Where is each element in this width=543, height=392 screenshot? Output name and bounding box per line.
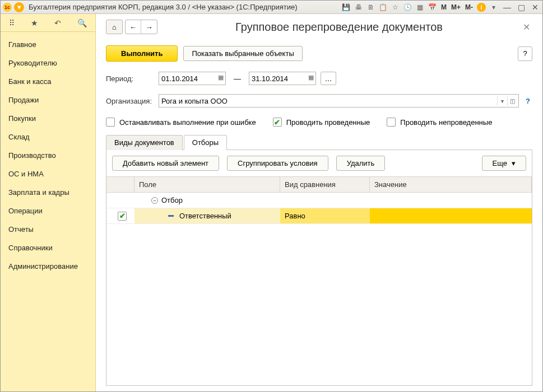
- copy-icon[interactable]: 📋: [379, 3, 388, 12]
- grid-col-compare[interactable]: Вид сравнения: [280, 177, 370, 192]
- window-title: Бухгалтерия предприятия КОРП, редакция 3…: [29, 3, 298, 11]
- grid-item-row[interactable]: Ответственный Равно: [106, 208, 532, 224]
- sidebar: ⠿ ★ ↶ 🔍 Главное Руководителю Банк и касс…: [1, 14, 96, 391]
- checkbox-icon[interactable]: [106, 118, 115, 127]
- tab-doc-kinds[interactable]: Виды документов: [106, 135, 183, 150]
- info-dropdown-icon[interactable]: ▾: [489, 3, 498, 12]
- open-ref-icon[interactable]: ◫: [507, 96, 517, 106]
- period-dialog-button[interactable]: …: [321, 72, 336, 85]
- grid-col-field[interactable]: Поле: [134, 177, 280, 192]
- grid-header: Поле Вид сравнения Значение: [106, 176, 532, 193]
- star-icon[interactable]: ★: [31, 18, 38, 27]
- sidebar-item[interactable]: Продажи: [1, 91, 95, 109]
- calendar-picker-icon[interactable]: ▦: [308, 74, 314, 81]
- more-button[interactable]: Еще ▾: [482, 156, 526, 171]
- row-field: Ответственный: [179, 212, 231, 220]
- org-row: Организация: Рога и копыта ООО ▾ ◫ ?: [106, 94, 532, 108]
- app-window: 1c ▾ Бухгалтерия предприятия КОРП, редак…: [0, 0, 543, 392]
- sidebar-item[interactable]: Зарплата и кадры: [1, 183, 95, 202]
- sidebar-item[interactable]: Производство: [1, 146, 95, 165]
- sidebar-item[interactable]: Операции: [1, 202, 95, 220]
- grid-col-checkbox: [106, 177, 134, 192]
- check-process-posted[interactable]: Проводить проведенные: [273, 118, 370, 127]
- home-button[interactable]: ⌂: [106, 20, 123, 34]
- memory-m-minus[interactable]: M-: [465, 3, 474, 11]
- sidebar-item[interactable]: Отчеты: [1, 220, 95, 239]
- execute-button[interactable]: Выполнить: [106, 45, 178, 62]
- delete-filter-button[interactable]: Удалить: [336, 156, 386, 171]
- tabs: Виды документов Отборы: [106, 135, 532, 150]
- checkbox-icon[interactable]: [387, 118, 396, 127]
- group-filter-button[interactable]: Сгруппировать условия: [227, 156, 328, 171]
- calculator-icon[interactable]: ▦: [416, 3, 425, 12]
- row-compare: Равно: [285, 212, 305, 220]
- group-label: Отбор: [161, 196, 183, 204]
- field-icon: [168, 215, 174, 217]
- memory-m[interactable]: M: [440, 3, 447, 11]
- home-icon: ⌂: [112, 23, 117, 31]
- calendar-icon[interactable]: 📅: [428, 3, 437, 12]
- sidebar-item[interactable]: Справочники: [1, 239, 95, 257]
- save-icon[interactable]: 💾: [342, 3, 351, 12]
- sidebar-item[interactable]: Администрирование: [1, 257, 95, 276]
- sidebar-item[interactable]: Покупки: [1, 109, 95, 128]
- info-icon[interactable]: i: [477, 3, 486, 12]
- period-dash: —: [230, 74, 244, 83]
- sidebar-item[interactable]: Банк и касса: [1, 72, 95, 91]
- sidebar-toolbar: ⠿ ★ ↶ 🔍: [1, 14, 95, 32]
- doc-icon[interactable]: 🗎: [366, 3, 375, 12]
- org-input[interactable]: Рога и копыта ООО ▾ ◫: [159, 94, 519, 108]
- tab-filters[interactable]: Отборы: [184, 135, 227, 150]
- date-to-value: 31.10.2014: [252, 74, 288, 83]
- sidebar-item[interactable]: Склад: [1, 128, 95, 146]
- date-from-input[interactable]: 01.10.2014 ▦: [159, 72, 226, 85]
- history-nav-icon[interactable]: ↶: [54, 18, 61, 27]
- print-icon[interactable]: 🖶: [354, 3, 363, 12]
- calendar-picker-icon[interactable]: ▦: [218, 74, 224, 81]
- checkbox-icon[interactable]: [273, 118, 282, 127]
- period-row: Период: 01.10.2014 ▦ — 31.10.2014 ▦ …: [106, 72, 532, 85]
- back-button[interactable]: ←: [126, 20, 141, 34]
- row-checkbox[interactable]: [118, 212, 127, 221]
- org-help-link[interactable]: ?: [523, 97, 532, 105]
- app-menu-dropdown[interactable]: ▾: [14, 2, 24, 12]
- check-label: Проводить проведенные: [286, 118, 370, 127]
- nav-row: ⌂ ← → Групповое перепроведение документо…: [106, 20, 532, 34]
- sidebar-item[interactable]: Руководителю: [1, 54, 95, 72]
- check-stop-on-error[interactable]: Останавливать выполнение при ошибке: [106, 118, 256, 127]
- check-label: Проводить непроведенные: [400, 118, 492, 127]
- close-page-button[interactable]: ✕: [521, 22, 532, 32]
- memory-m-plus[interactable]: M+: [451, 3, 461, 11]
- app-logo-icon: 1c: [3, 3, 12, 12]
- collapse-icon[interactable]: −: [151, 197, 158, 204]
- grid-group-row[interactable]: − Отбор: [106, 193, 532, 208]
- sidebar-items: Главное Руководителю Банк и касса Продаж…: [1, 32, 95, 279]
- dropdown-icon[interactable]: ▾: [497, 96, 507, 106]
- org-value: Рога и копыта ООО: [161, 97, 228, 105]
- date-to-input[interactable]: 31.10.2014 ▦: [249, 72, 316, 85]
- sidebar-item[interactable]: ОС и НМА: [1, 165, 95, 183]
- filter-grid: Поле Вид сравнения Значение − Отбор: [106, 176, 532, 385]
- history-icon[interactable]: 🕓: [403, 3, 412, 12]
- favorite-icon[interactable]: ☆: [391, 3, 400, 12]
- sidebar-item[interactable]: Главное: [1, 35, 95, 54]
- panel-toolbar: Добавить новый элемент Сгруппировать усл…: [106, 150, 532, 176]
- grid-body: − Отбор Ответстве: [106, 193, 532, 385]
- show-selected-button[interactable]: Показать выбранные объекты: [183, 46, 302, 61]
- search-icon[interactable]: 🔍: [77, 18, 87, 27]
- grid-col-value[interactable]: Значение: [370, 177, 532, 192]
- restore-button[interactable]: ▢: [516, 3, 527, 12]
- help-button[interactable]: ?: [518, 46, 532, 61]
- action-bar: Выполнить Показать выбранные объекты ?: [106, 45, 532, 62]
- apps-icon[interactable]: ⠿: [9, 18, 15, 27]
- main-panel: ⌂ ← → Групповое перепроведение документо…: [96, 14, 542, 391]
- close-button[interactable]: ✕: [530, 3, 540, 12]
- filters-panel: Добавить новый элемент Сгруппировать усл…: [106, 150, 532, 386]
- more-label: Еще: [493, 159, 507, 167]
- check-process-unposted[interactable]: Проводить непроведенные: [387, 118, 492, 127]
- minimize-button[interactable]: —: [502, 3, 513, 12]
- nav-arrows: ← →: [125, 20, 157, 34]
- check-label: Останавливать выполнение при ошибке: [119, 118, 256, 127]
- forward-button[interactable]: →: [141, 20, 157, 34]
- add-filter-button[interactable]: Добавить новый элемент: [112, 156, 219, 171]
